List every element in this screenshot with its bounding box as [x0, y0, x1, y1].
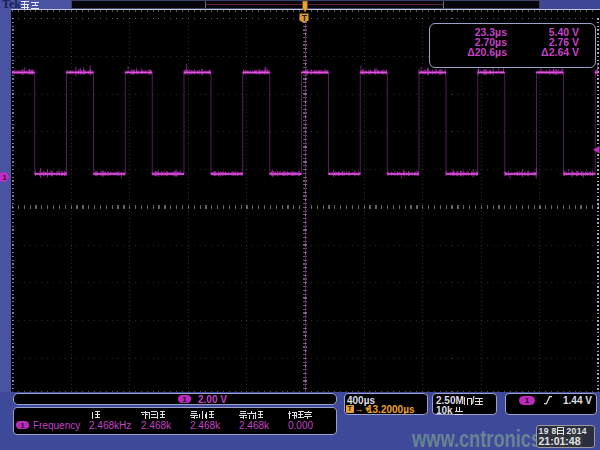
svg-text:1: 1 — [2, 173, 7, 182]
svg-text:T: T — [302, 13, 308, 23]
